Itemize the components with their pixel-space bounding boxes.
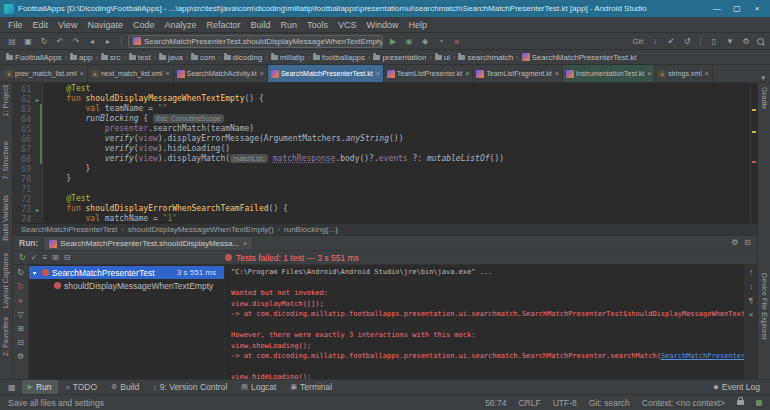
close-icon[interactable]: × <box>165 70 169 77</box>
close-icon[interactable]: × <box>376 70 380 77</box>
editor-tab-instrumentationtest-kt[interactable]: InstrumentationTest.kt× <box>563 65 656 82</box>
forward-icon[interactable]: ▸ <box>101 35 115 48</box>
avd-manager-icon[interactable]: ▯ <box>707 35 721 48</box>
editor-tab-teamlistfragment-kt[interactable]: TeamListFragment.kt× <box>473 65 562 82</box>
inspection-indicator-icon[interactable] <box>756 400 762 406</box>
menu-edit[interactable]: Edit <box>28 20 54 30</box>
breadcrumb-item[interactable]: src <box>101 53 121 62</box>
close-icon[interactable]: × <box>243 240 247 247</box>
menu-help[interactable]: Help <box>404 20 433 30</box>
hide-panel-icon[interactable]: ⊟ <box>744 238 751 248</box>
breadcrumb-item[interactable]: java <box>159 53 183 62</box>
close-icon[interactable]: × <box>555 70 559 77</box>
test-tree[interactable]: ▾SearchMatchPresenterTest3 s 551 msshoul… <box>29 265 224 379</box>
undo-icon[interactable]: ↶ <box>53 35 67 48</box>
back-icon[interactable]: ◂ <box>85 35 99 48</box>
tool-window-button-build-variants[interactable]: Build Variants <box>1 195 10 241</box>
run-icon[interactable]: ▶ <box>386 35 400 48</box>
menu-refactor[interactable]: Refactor <box>201 20 245 30</box>
tool-window-button-gradle[interactable]: Gradle <box>760 87 769 110</box>
error-stripe-mark[interactable] <box>752 109 756 111</box>
status-56-74[interactable]: 56:74 <box>485 398 506 408</box>
editor-tab-prev-match-list-xml[interactable]: xprev_match_list.xml× <box>2 65 88 82</box>
test-tree-item[interactable]: shouldDisplayMessageWhenTextEmpty <box>29 279 224 292</box>
editor-error-stripe[interactable] <box>750 83 757 223</box>
lock-icon[interactable] <box>737 400 744 405</box>
maximize-button[interactable]: ▢ <box>728 1 746 16</box>
breadcrumb-item[interactable]: dicoding <box>224 53 263 62</box>
close-icon[interactable]: × <box>705 70 709 77</box>
close-icon[interactable]: × <box>260 70 264 77</box>
status-git-search[interactable]: Git: search <box>589 398 630 408</box>
code-editor[interactable]: 6162▶6364656667686970717273▶74 @Test fun… <box>13 83 757 223</box>
rerun-icon[interactable]: ↻ <box>17 268 24 278</box>
breadcrumb-item[interactable]: test <box>129 53 151 62</box>
code-area[interactable]: @Test fun shouldDisplayMessageWhenTextEm… <box>43 83 750 223</box>
breadcrumb-item[interactable]: ui <box>435 53 450 62</box>
close-button[interactable]: × <box>748 1 766 16</box>
tool-window-button-device-file-explorer[interactable]: Device File Explorer <box>760 273 769 340</box>
breadcrumb-item[interactable]: footballapps <box>313 53 365 62</box>
tool-window-button-run[interactable]: ▶Run <box>22 380 58 395</box>
rerun-failed-icon[interactable]: ↻ <box>17 282 24 292</box>
soft-wrap-icon[interactable]: ¶ <box>749 296 753 306</box>
menu-code[interactable]: Code <box>128 20 160 30</box>
expand-all-icon[interactable]: ⊞ <box>52 253 59 263</box>
tool-window-button-todo[interactable]: ≡TODO <box>60 380 104 395</box>
sort-icon[interactable]: ≡ <box>42 253 47 263</box>
stack-trace-link[interactable]: SearchMatchPresenter.kt:15 <box>661 352 744 360</box>
debug-icon[interactable]: ◉ <box>402 35 416 48</box>
coverage-icon[interactable]: ◈ <box>418 35 432 48</box>
hide-passed-icon[interactable]: ✓ <box>31 253 38 263</box>
status-utf-8[interactable]: UTF-8 <box>553 398 577 408</box>
breadcrumb-item[interactable]: SearchMatchPresenterTest.kt <box>522 53 637 62</box>
breadcrumb-item[interactable]: searchmatch <box>458 53 513 62</box>
breadcrumb-item[interactable]: app <box>70 53 92 62</box>
git-revert-icon[interactable]: ↺ <box>680 35 694 48</box>
redo-icon[interactable]: ↷ <box>69 35 83 48</box>
hidden-tabs-icon[interactable]: ▾ <box>756 74 770 82</box>
menu-file[interactable]: File <box>3 20 28 30</box>
tool-window-button-layout-captures[interactable]: Layout Captures <box>1 253 10 308</box>
editor-tab-searchmatchpresentertest-kt[interactable]: SearchMatchPresenterTest.kt× <box>268 65 384 82</box>
error-stripe-mark[interactable] <box>752 161 756 163</box>
menu-vcs[interactable]: VCS <box>333 20 362 30</box>
collapse-all-icon[interactable]: ⊟ <box>17 338 24 348</box>
run-tab[interactable]: SearchMatchPresenterTest.shouldDisplayMe… <box>43 236 253 250</box>
editor-tab-next-match-list-xml[interactable]: xnext_match_list.xml× <box>88 65 174 82</box>
test-tree-item[interactable]: ▾SearchMatchPresenterTest3 s 551 ms <box>29 266 224 279</box>
tool-window-button-1-project[interactable]: 1: Project <box>1 85 10 117</box>
tool-window-button-terminal[interactable]: ▣Terminal <box>284 380 338 395</box>
save-all-icon[interactable]: ▣ <box>21 35 35 48</box>
scroll-down-icon[interactable]: ↓ <box>749 282 753 292</box>
status-crlf[interactable]: CRLF <box>518 398 540 408</box>
stop-icon[interactable]: ■ <box>450 35 464 48</box>
editor-tab-strings-xml[interactable]: xstrings.xml× <box>655 65 713 82</box>
minimize-button[interactable]: — <box>708 1 726 16</box>
menu-window[interactable]: Window <box>362 20 404 30</box>
tool-window-button-logcat[interactable]: ▤Logcat <box>235 380 282 395</box>
editor-tab-searchmatchactivity-kt[interactable]: SearchMatchActivity.kt× <box>174 65 268 82</box>
menu-run[interactable]: Run <box>276 20 303 30</box>
menu-build[interactable]: Build <box>245 20 275 30</box>
expand-all-icon[interactable]: ⊞ <box>17 324 24 334</box>
editor-breadcrumb-item[interactable]: SearchMatchPresenterTest <box>21 225 118 234</box>
tool-window-button-event-log[interactable]: ◆Event Log <box>707 380 766 395</box>
menu-analyze[interactable]: Analyze <box>159 20 201 30</box>
tool-window-button-build[interactable]: ⚙Build <box>105 380 145 395</box>
editor-breadcrumb-item[interactable]: shouldDisplayMessageWhenTextEmpty() <box>128 225 274 234</box>
menu-tools[interactable]: Tools <box>302 20 333 30</box>
git-commit-icon[interactable]: ✔ <box>664 35 678 48</box>
sync-icon[interactable]: ↻ <box>37 35 51 48</box>
filter-icon[interactable]: ▽ <box>17 310 23 320</box>
tool-window-switcher-icon[interactable]: ▦ <box>4 383 20 392</box>
breadcrumb-item[interactable]: com <box>191 53 215 62</box>
collapse-all-icon[interactable]: ⊟ <box>64 253 71 263</box>
search-everywhere-icon[interactable] <box>756 37 765 46</box>
settings-icon[interactable]: ⚙ <box>17 352 24 362</box>
editor-tab-teamlistpresenter-kt[interactable]: TeamListPresenter.kt× <box>384 65 473 82</box>
run-test-icon[interactable]: ▶ <box>33 206 42 213</box>
run-test-icon[interactable]: ▶ <box>33 96 42 103</box>
editor-breadcrumb-item[interactable]: runBlocking{...} <box>284 225 338 234</box>
settings-icon[interactable]: ⚙ <box>731 238 738 248</box>
